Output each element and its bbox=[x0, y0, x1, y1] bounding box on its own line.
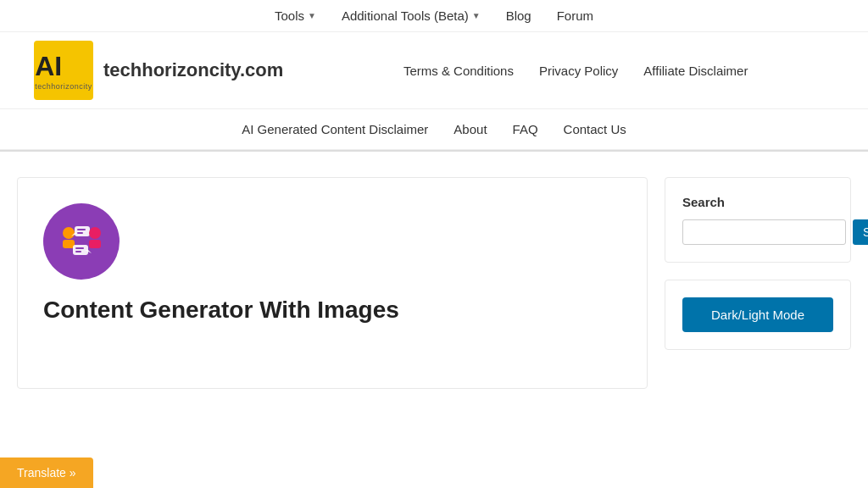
post-icon-svg bbox=[56, 216, 107, 267]
nav-terms[interactable]: Terms & Conditions bbox=[403, 64, 514, 78]
nav-contact[interactable]: Contact Us bbox=[564, 122, 626, 136]
nav-affiliate[interactable]: Affiliate Disclaimer bbox=[643, 64, 748, 78]
search-widget: Search Search bbox=[665, 177, 851, 263]
search-input[interactable] bbox=[682, 219, 846, 245]
additional-tools-arrow-icon: ▼ bbox=[472, 11, 481, 20]
nav-forum[interactable]: Forum bbox=[557, 8, 593, 23]
nav-ai-disclaimer[interactable]: AI Generated Content Disclaimer bbox=[242, 122, 428, 136]
tools-arrow-icon: ▼ bbox=[308, 11, 316, 20]
nav-additional-tools-label: Additional Tools (Beta) bbox=[342, 8, 469, 23]
top-nav: Tools ▼ Additional Tools (Beta) ▼ Blog F… bbox=[0, 0, 868, 32]
header: AI techhorizoncity techhorizoncity.com T… bbox=[0, 32, 868, 108]
nav-about[interactable]: About bbox=[453, 122, 487, 136]
middle-nav: Terms & Conditions Privacy Policy Affili… bbox=[300, 47, 851, 95]
nav-privacy[interactable]: Privacy Policy bbox=[539, 64, 618, 78]
svg-point-0 bbox=[63, 227, 75, 239]
svg-rect-11 bbox=[75, 251, 81, 252]
dark-light-button[interactable]: Dark/Light Mode bbox=[682, 297, 833, 332]
svg-rect-1 bbox=[63, 240, 75, 248]
svg-rect-2 bbox=[75, 226, 90, 236]
sidebar: Search Search Dark/Light Mode bbox=[665, 177, 851, 389]
logo-box: AI techhorizoncity bbox=[34, 41, 93, 100]
nav-tools[interactable]: Tools ▼ bbox=[275, 8, 316, 23]
nav-additional-tools[interactable]: Additional Tools (Beta) ▼ bbox=[342, 8, 481, 23]
svg-rect-10 bbox=[75, 247, 84, 249]
post-title: Content Generator With Images bbox=[43, 297, 621, 324]
main-column: Content Generator With Images bbox=[17, 177, 648, 389]
brand-name: techhorizoncity.com bbox=[103, 59, 283, 81]
search-button[interactable]: Search bbox=[853, 219, 868, 245]
dark-light-widget: Dark/Light Mode bbox=[665, 280, 851, 350]
svg-rect-5 bbox=[77, 232, 83, 234]
search-widget-title: Search bbox=[682, 195, 833, 209]
svg-rect-4 bbox=[77, 229, 86, 230]
svg-rect-7 bbox=[89, 240, 101, 248]
logo-ai-text: AI bbox=[35, 51, 92, 82]
search-row: Search bbox=[682, 219, 833, 245]
main-content: Content Generator With Images Search Sea… bbox=[0, 152, 868, 414]
second-nav: AI Generated Content Disclaimer About FA… bbox=[0, 108, 868, 150]
post-icon bbox=[43, 203, 120, 280]
nav-blog[interactable]: Blog bbox=[506, 8, 531, 23]
nav-faq[interactable]: FAQ bbox=[513, 122, 538, 136]
brand: AI techhorizoncity techhorizoncity.com bbox=[17, 32, 300, 108]
logo-sub: techhorizoncity bbox=[35, 82, 92, 91]
nav-tools-label: Tools bbox=[275, 8, 304, 23]
svg-point-6 bbox=[89, 227, 101, 239]
